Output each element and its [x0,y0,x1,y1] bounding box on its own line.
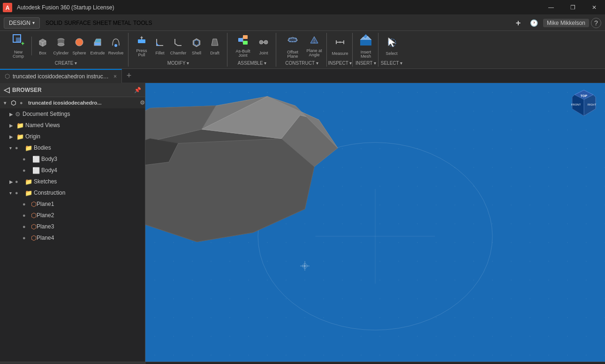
3d-model [145,83,366,262]
shell-button[interactable]: Shell [188,36,205,56]
tree-plane3[interactable]: ● ⬡ Plane3 [0,221,145,232]
construction-eye-icon[interactable]: ● [15,190,23,196]
select-section: Select SELECT ▾ [379,33,404,67]
body4-icon: ⬜ [32,167,40,174]
named-views-label: Named Views [25,122,145,129]
plane2-eye-icon[interactable]: ● [23,212,30,218]
create-section: + NewComp Bo [4,33,129,67]
minimize-button[interactable]: — [540,0,562,15]
tree-body3[interactable]: ● ⬜ Body3 [0,153,145,165]
expand-bodies-arrow: ▾ [9,145,15,151]
revolve-button[interactable]: Revolve [107,36,124,56]
expand-root-arrow: ▾ [4,100,9,106]
plane2-label: Plane2 [37,212,145,219]
plane1-eye-icon[interactable]: ● [23,201,30,207]
svg-point-15 [114,44,117,47]
svg-rect-29 [289,38,296,42]
insert-section: InsertMesh INSERT ▾ [354,33,378,67]
tree-sketches[interactable]: ▶ ● 📁 Sketches [0,176,145,187]
box-button[interactable]: Box [34,36,51,56]
new-component-assemble-button[interactable]: As-BuiltJoint [232,36,254,56]
tree-named-views[interactable]: ▶ 📁 Named Views [0,120,145,131]
svg-text:TOP: TOP [581,94,588,98]
viewport[interactable]: ✛ [145,83,605,362]
plane3-label: Plane3 [37,223,145,230]
bodies-label: Bodies [34,144,145,151]
tree-plane2[interactable]: ● ⬡ Plane2 [0,210,145,221]
select-button[interactable]: Select [383,36,400,56]
named-views-folder-icon: 📁 [16,122,24,129]
comments-panel: COMMENTS + 📌 [0,362,145,364]
body3-icon: ⬜ [32,156,40,163]
cylinder-button[interactable]: Cylinder [53,36,69,56]
body4-eye-icon[interactable]: ● [23,167,30,173]
root-label: truncated icosidodecahedro... [28,100,138,106]
inspect-section: Measure INSPECT ▾ [328,33,353,67]
svg-marker-18 [140,36,143,38]
modify-section: PressPull Fillet [129,33,227,67]
svg-text:RIGHT: RIGHT [588,103,597,106]
bodies-eye-icon[interactable]: ● [15,145,23,151]
tree-construction[interactable]: ▾ ● 📁 Construction [0,187,145,198]
history-button[interactable]: 🕐 [527,16,541,30]
tab-bar: ⬡ truncated icosidodecahedron instructab… [0,69,605,83]
joint-button[interactable]: Joint [255,36,272,56]
plane3-eye-icon[interactable]: ● [23,224,30,229]
tab-sheet-metal[interactable]: SHEET METAL [93,20,131,26]
plane4-eye-icon[interactable]: ● [23,235,30,241]
tree-origin[interactable]: ▶ 📁 Origin [0,131,145,142]
close-button[interactable]: ✕ [583,0,605,15]
root-eye-icon[interactable]: ● [20,100,27,106]
origin-label: Origin [25,133,145,140]
measure-button[interactable]: Measure [332,36,348,56]
design-button[interactable]: DESIGN ▾ [4,17,40,29]
svg-point-44 [302,264,307,268]
expand-settings-arrow: ▶ [9,112,15,117]
tab-tools[interactable]: TOOLS [133,20,152,26]
restore-button[interactable]: ❐ [562,0,583,15]
assemble-section: As-BuiltJoint Joint ASSEMBLE ▾ [228,33,276,67]
extrude-button[interactable]: Extrude [89,36,106,56]
chamfer-button[interactable]: Chamfer [170,36,187,56]
tree-plane4[interactable]: ● ⬡ Plane4 [0,232,145,243]
root-settings-icon[interactable]: ⚙ [140,99,145,106]
help-button[interactable]: ? [591,18,601,28]
new-component-button[interactable]: + NewComp [8,36,29,56]
draft-button[interactable]: Draft [206,36,223,56]
svg-marker-20 [194,40,199,46]
add-button[interactable]: + [511,16,525,30]
collapse-icon[interactable]: ◁ [4,85,9,94]
plane-angle-button[interactable]: Plane atAngle [306,36,323,56]
tree-body4[interactable]: ● ⬜ Body4 [0,165,145,176]
construct-label: CONSTRUCT ▾ [285,61,318,66]
sphere-button[interactable]: Sphere [71,36,88,56]
user-account-button[interactable]: Mike Mikkelson [543,19,589,27]
view-cube[interactable]: TOP RIGHT FRONT [567,88,600,121]
press-pull-button[interactable]: PressPull [133,36,150,56]
insert-mesh-button[interactable]: InsertMesh [357,36,374,56]
tab-close-icon[interactable]: × [113,73,117,80]
plane1-label: Plane1 [37,201,145,207]
sketches-eye-icon[interactable]: ● [15,179,23,184]
svg-rect-24 [243,41,248,45]
new-tab-button[interactable]: + [122,69,136,83]
fillet-button[interactable]: Fillet [151,36,168,56]
document-tab-active[interactable]: ⬡ truncated icosidodecahedron instructab… [0,69,122,83]
svg-point-25 [259,40,263,44]
plane4-icon: ⬡ [31,234,37,242]
body3-eye-icon[interactable]: ● [23,156,30,162]
assemble-label: ASSEMBLE ▾ [238,61,267,66]
browser-pin-icon[interactable]: 📌 [134,87,141,93]
svg-text:+: + [21,40,24,46]
construct-button[interactable]: OffsetPlane [281,36,304,56]
tree-plane1[interactable]: ● ⬡ Plane1 [0,198,145,210]
tree-document-settings[interactable]: ▶ ⚙ Document Settings [0,108,145,120]
tab-surface[interactable]: SURFACE [64,20,91,26]
inspect-label: INSPECT ▾ [328,61,352,66]
tree-root[interactable]: ▾ ⬡ ● truncated icosidodecahedro... ⚙ [0,97,145,108]
svg-marker-21 [212,39,218,46]
tree-bodies[interactable]: ▾ ● 📁 Bodies [0,142,145,153]
origin-folder-icon: 📁 [16,133,24,140]
construct-section: OffsetPlane Plane atAngle CONSTRUCT ▾ [277,33,327,67]
tab-solid[interactable]: SOLID [45,20,62,26]
